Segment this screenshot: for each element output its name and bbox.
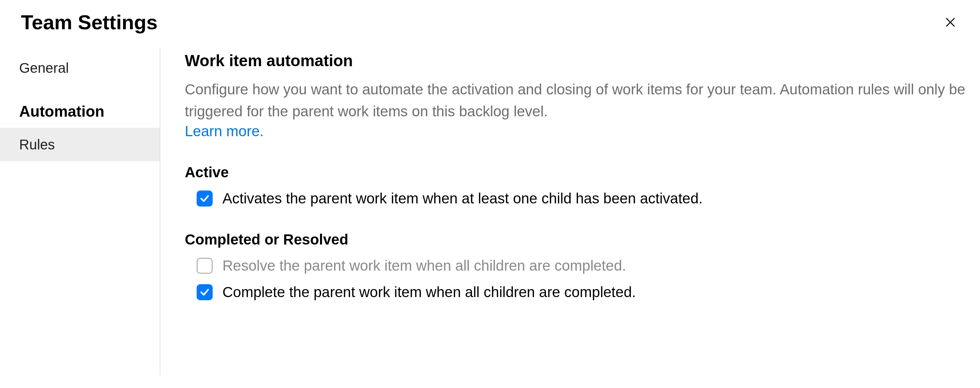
sidebar-item-general[interactable]: General xyxy=(0,51,160,85)
rule-label: Resolve the parent work item when all ch… xyxy=(223,257,626,276)
rule-row: Activates the parent work item when at l… xyxy=(185,187,970,211)
dialog-body: General Automation Rules Work item autom… xyxy=(0,48,980,375)
rule-label: Activates the parent work item when at l… xyxy=(223,189,703,208)
rule-group-completed: Completed or Resolved Resolve the parent… xyxy=(185,231,970,304)
rule-row: Complete the parent work item when all c… xyxy=(185,281,970,304)
rule-label: Complete the parent work item when all c… xyxy=(223,283,636,302)
section-title: Work item automation xyxy=(185,51,970,70)
rule-group-title: Active xyxy=(185,164,970,181)
sidebar-item-label: General xyxy=(19,60,69,76)
close-button[interactable] xyxy=(942,14,959,31)
rule-row: Resolve the parent work item when all ch… xyxy=(185,254,970,277)
sidebar-heading-label: Automation xyxy=(19,103,104,120)
dialog-title: Team Settings xyxy=(21,10,158,34)
sidebar-item-label: Rules xyxy=(19,137,55,152)
sidebar-item-rules[interactable]: Rules xyxy=(0,128,160,161)
dialog-header: Team Settings xyxy=(0,0,980,48)
rule-group-title: Completed or Resolved xyxy=(185,231,970,248)
sidebar: General Automation Rules xyxy=(0,48,161,375)
rule-checkbox-activate-parent[interactable] xyxy=(197,190,213,206)
section-description: Configure how you want to automate the a… xyxy=(185,78,970,122)
close-icon xyxy=(944,16,957,29)
learn-more-link[interactable]: Learn more. xyxy=(185,123,264,140)
rule-checkbox-complete-parent[interactable] xyxy=(197,284,213,300)
rule-checkbox-resolve-parent[interactable] xyxy=(197,258,213,274)
sidebar-heading-automation: Automation xyxy=(0,85,160,128)
check-icon xyxy=(199,193,210,204)
check-icon xyxy=(199,287,210,298)
rule-group-active: Active Activates the parent work item wh… xyxy=(185,164,970,211)
content-pane: Work item automation Configure how you w… xyxy=(161,48,980,375)
